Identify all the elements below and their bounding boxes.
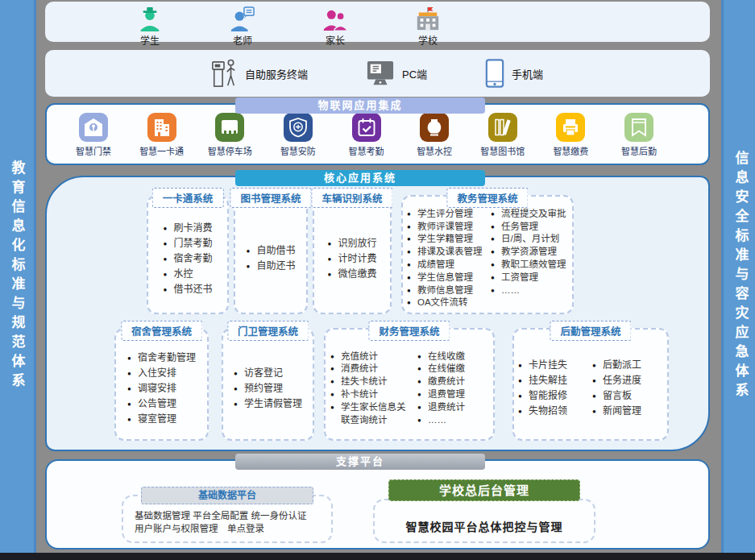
school-admin-box: 学校总后台管理 智慧校园平台总体把控与管理 bbox=[373, 499, 595, 543]
iot-item-logistics: 智慧后勤 bbox=[612, 113, 666, 157]
user-item-school: 学校 bbox=[404, 6, 452, 47]
system-box-title: 财务管理系统 bbox=[368, 321, 450, 341]
iot-item-parking: 智慧停车场 bbox=[202, 113, 257, 157]
system-box-academic: 教务管理系统 学生评分管理教师评课管理学生学籍管理排课及课表管理成绩管理学生信息… bbox=[401, 195, 574, 314]
list-item: 入住安排 bbox=[127, 366, 196, 381]
iot-section-title: 物联网应用集成 bbox=[235, 97, 485, 114]
terminals-panel: 自助服务终端 PC端 手机端 bbox=[45, 50, 710, 97]
list-item: 计时计费 bbox=[327, 251, 376, 267]
system-box-dorm: 宿舍管理系统 宿舍考勤管理入住安排调寝安排公告管理寝室管理 bbox=[114, 328, 209, 441]
list-item: 卡片挂失 bbox=[518, 358, 589, 373]
system-box-gate: 门卫管理系统 访客登记预约管理学生请假管理 bbox=[222, 328, 314, 441]
core-systems-panel: 核心应用系统 一卡通系统 刷卡消费门禁考勤宿舍考勤水控借书还书 图书管理系统 自… bbox=[45, 176, 710, 451]
iot-item-library: 智慧图书馆 bbox=[475, 113, 530, 157]
list-item: 退费统计 bbox=[417, 401, 488, 414]
list-item: 教学资源管理 bbox=[491, 246, 568, 259]
school-admin-content: 智慧校园平台总体把控与管理 bbox=[375, 500, 594, 534]
list-item: 自助还书 bbox=[246, 259, 295, 274]
list-item: 任务管理 bbox=[491, 221, 568, 234]
iot-item-water: 智慧水控 bbox=[407, 113, 462, 157]
list-item: 学生信息管理 bbox=[407, 272, 487, 284]
terminal-label: 自助服务终端 bbox=[245, 66, 308, 81]
list-item: OA文件流转 bbox=[407, 297, 487, 309]
logistics-icon bbox=[624, 113, 653, 142]
iot-label: 智慧后勤 bbox=[621, 144, 657, 157]
list-item: 借书还书 bbox=[163, 282, 212, 297]
user-item-teacher: 老师 bbox=[218, 6, 267, 47]
terminal-label: PC端 bbox=[402, 66, 427, 81]
list-item: 教师信息管理 bbox=[407, 284, 487, 297]
system-item-list: 流程提交及审批任务管理日/周、月计划教学资源管理教职工绩效管理工资管理…… bbox=[491, 208, 568, 309]
school-icon bbox=[414, 6, 442, 31]
list-item: 挂失卡统计 bbox=[330, 375, 414, 388]
iot-item-onecard: 智慧一卡通 bbox=[135, 113, 189, 157]
list-item: 水控 bbox=[163, 267, 212, 282]
system-item-list: 在线收缴在线催缴缴费统计退费管理退费统计…… bbox=[417, 351, 488, 427]
school-admin-title: 学校总后台管理 bbox=[388, 479, 580, 501]
list-item: 调寝安排 bbox=[127, 381, 196, 396]
iot-label: 智慧水控 bbox=[417, 144, 452, 157]
list-item: 学生家长信息关联查询统计 bbox=[330, 401, 414, 427]
list-item: 在线催缴 bbox=[417, 363, 488, 375]
smart-campus-architecture-diagram: 教育信息化标准与规范体系 信息安全标准与容灾应急体系 学生 老师 bbox=[0, 0, 755, 560]
support-platform-panel: 支撑平台 基础数据平台 基础数据管理 平台全局配置 统一身份认证 用户账户与权限… bbox=[45, 459, 710, 550]
users-panel: 学生 老师 家长 bbox=[45, 2, 710, 42]
iot-panel: 物联网应用集成 智慧门禁 bbox=[45, 103, 710, 165]
system-box-title: 宿舍管理系统 bbox=[121, 321, 202, 341]
base-platform-line2: 用户账户与权限管理 单点登录 bbox=[135, 522, 323, 535]
terminal-item-pc: PC端 bbox=[366, 60, 427, 87]
system-item-list: 访客登记预约管理学生请假管理 bbox=[234, 366, 302, 412]
system-box-title: 后勤管理系统 bbox=[550, 321, 631, 341]
payment-icon bbox=[556, 113, 585, 142]
iot-item-payment: 智慧缴费 bbox=[543, 113, 598, 157]
list-item: 流程提交及审批 bbox=[491, 208, 568, 221]
list-item: 失物招领 bbox=[518, 404, 589, 419]
iot-label: 智慧图书馆 bbox=[480, 144, 525, 157]
list-item: 工资管理 bbox=[491, 272, 568, 284]
base-data-platform-title: 基础数据平台 bbox=[141, 487, 313, 504]
iot-label: 智慧考勤 bbox=[349, 144, 384, 157]
system-item-list: 宿舍考勤管理入住安排调寝安排公告管理寝室管理 bbox=[127, 351, 196, 427]
right-sidebar-label: 信息安全标准与容灾应急体系 bbox=[731, 151, 751, 402]
system-item-list: 卡片挂失挂失解挂智能报修失物招领 bbox=[518, 358, 589, 419]
list-item: 学生评分管理 bbox=[407, 208, 487, 221]
list-item: 学生学籍管理 bbox=[407, 233, 487, 246]
system-item-list: 学生评分管理教师评课管理学生学籍管理排课及课表管理成绩管理学生信息管理教师信息管… bbox=[407, 208, 487, 309]
list-item: 消费统计 bbox=[330, 363, 414, 375]
list-item: 微信缴费 bbox=[327, 267, 376, 282]
list-item: 后勤派工 bbox=[592, 358, 663, 373]
pc-icon bbox=[366, 60, 395, 87]
left-sidebar-label: 教育信息化标准与规范体系 bbox=[7, 160, 27, 392]
list-item: 在线收缴 bbox=[417, 351, 488, 363]
list-item: 门禁考勤 bbox=[163, 236, 212, 251]
right-security-sidebar: 信息安全标准与容灾应急体系 bbox=[721, 0, 755, 553]
system-item-list: 后勤派工任务进度留言板新闻管理 bbox=[592, 358, 663, 419]
list-item: 智能报修 bbox=[518, 388, 589, 404]
list-item: 任务进度 bbox=[592, 373, 663, 388]
list-item: 寝室管理 bbox=[127, 412, 196, 427]
list-item: 公告管理 bbox=[127, 396, 196, 412]
user-item-student: 学生 bbox=[126, 6, 174, 47]
iot-label: 智慧安防 bbox=[280, 144, 316, 157]
list-item: 宿舍考勤管理 bbox=[127, 351, 196, 366]
list-item: 预约管理 bbox=[234, 381, 302, 396]
system-item-list: 充值统计消费统计挂失卡统计补卡统计学生家长信息关联查询统计 bbox=[330, 351, 414, 427]
list-item: 日/周、月计划 bbox=[491, 233, 568, 246]
base-platform-line1: 基础数据管理 平台全局配置 统一身份认证 bbox=[135, 509, 323, 522]
user-label: 家长 bbox=[326, 33, 345, 47]
phone-icon bbox=[485, 58, 504, 89]
system-box-logistics: 后勤管理系统 卡片挂失挂失解挂智能报修失物招领 后勤派工任务进度留言板新闻管理 bbox=[512, 328, 669, 441]
system-box-vehicle: 车辆识别系统 识别放行计时计费微信缴费 bbox=[313, 195, 392, 314]
list-item: 挂失解挂 bbox=[518, 373, 589, 388]
list-item: 新闻管理 bbox=[592, 404, 663, 419]
user-label: 学校 bbox=[418, 33, 438, 47]
list-item: 留言板 bbox=[592, 388, 663, 404]
kiosk-icon bbox=[210, 57, 238, 89]
terminal-label: 手机端 bbox=[512, 66, 543, 81]
base-data-platform-box: 基础数据平台 基础数据管理 平台全局配置 统一身份认证 用户账户与权限管理 单点… bbox=[122, 495, 333, 543]
user-label: 学生 bbox=[140, 33, 160, 47]
system-item-list: 识别放行计时计费微信缴费 bbox=[327, 236, 376, 282]
system-box-library: 图书管理系统 自助借书自助还书 bbox=[234, 195, 308, 314]
list-item: 识别放行 bbox=[327, 236, 376, 251]
terminal-item-kiosk: 自助服务终端 bbox=[210, 57, 308, 89]
